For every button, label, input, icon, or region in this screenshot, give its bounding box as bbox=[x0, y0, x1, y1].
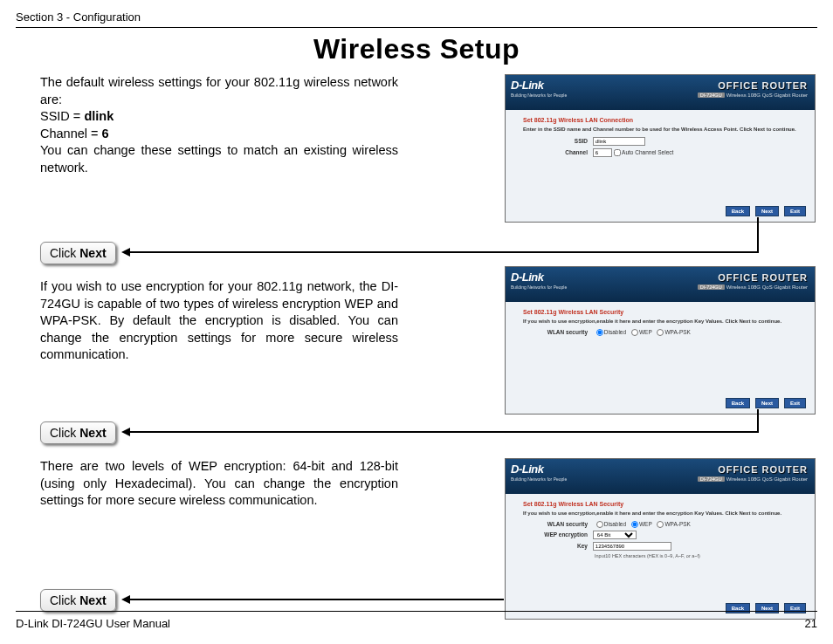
office-router-label: OFFICE ROUTER bbox=[698, 464, 808, 475]
opt-disabled: Disabled bbox=[604, 521, 626, 527]
screenshot-wep: D-Link Building Networks for People OFFI… bbox=[505, 458, 816, 620]
opt-wpa: WPA-PSK bbox=[664, 329, 691, 335]
ssid-row: SSID bbox=[523, 137, 797, 146]
channel-label: Channel bbox=[523, 149, 588, 155]
dlink-tagline: Building Networks for People bbox=[511, 476, 567, 482]
ssid-label: SSID bbox=[523, 138, 588, 144]
back-button[interactable]: Back bbox=[726, 398, 750, 408]
ss-body: Set 802.11g Wireless LAN Connection Ente… bbox=[506, 110, 815, 167]
opt-wpa: WPA-PSK bbox=[664, 521, 691, 527]
ssid-line: SSID = dlink bbox=[40, 108, 398, 126]
model-line: DI-724GUWireless 108G QoS Gigabit Router bbox=[698, 92, 808, 98]
arrow-head-icon bbox=[121, 248, 130, 257]
ss-header: D-Link Building Networks for People OFFI… bbox=[506, 75, 815, 110]
security-row: WLAN security Disabled WEP WPA-PSK bbox=[523, 521, 797, 528]
next-text: Next bbox=[79, 593, 106, 607]
click-next-3: Click Next bbox=[40, 589, 116, 612]
key-row: Key bbox=[523, 542, 797, 551]
next-text: Next bbox=[79, 246, 106, 260]
screenshot-ssid: D-Link Building Networks for People OFFI… bbox=[505, 74, 816, 223]
model-badge: DI-724GU bbox=[698, 284, 725, 290]
step-title: Set 802.11g Wireless LAN Security bbox=[523, 309, 797, 315]
step-title: Set 802.11g Wireless LAN Security bbox=[523, 501, 797, 507]
ss-title-block: OFFICE ROUTER DI-724GUWireless 108G QoS … bbox=[698, 272, 808, 290]
ss-title-block: OFFICE ROUTER DI-724GUWireless 108G QoS … bbox=[698, 464, 808, 482]
arrow-head-icon bbox=[121, 428, 130, 436]
channel-label: Channel = bbox=[40, 127, 102, 140]
model-line: DI-724GUWireless 108G QoS Gigabit Router bbox=[698, 476, 808, 482]
ss-header: D-Link Building Networks for People OFFI… bbox=[506, 267, 815, 302]
model-line: DI-724GUWireless 108G QoS Gigabit Router bbox=[698, 284, 808, 290]
model-badge: DI-724GU bbox=[698, 92, 725, 98]
click-text: Click bbox=[50, 246, 79, 260]
click-text: Click bbox=[50, 426, 79, 440]
arrow-line bbox=[130, 599, 504, 600]
dlink-logo: D-Link bbox=[511, 462, 543, 476]
footer-page-number: 21 bbox=[805, 617, 817, 630]
click-text: Click bbox=[50, 593, 79, 607]
encryption-label: WEP encryption bbox=[523, 531, 588, 538]
model-text: Wireless 108G QoS Gigabit Router bbox=[726, 92, 808, 98]
key-input[interactable] bbox=[593, 542, 671, 551]
next-button[interactable]: Next bbox=[755, 398, 779, 408]
dlink-tagline: Building Networks for People bbox=[511, 92, 567, 98]
ss-body: Set 802.11g Wireless LAN Security If you… bbox=[506, 302, 815, 346]
key-hint: Input10 HEX characters (HEX is 0~9, A~F,… bbox=[595, 553, 797, 558]
paragraph-1a: The default wireless settings for your 8… bbox=[40, 74, 398, 108]
channel-line: Channel = 6 bbox=[40, 126, 398, 143]
radio-wep[interactable] bbox=[631, 521, 638, 528]
next-button[interactable]: Next bbox=[755, 206, 779, 216]
paragraph-1b: You can change these settings to match a… bbox=[40, 142, 398, 176]
opt-disabled: Disabled bbox=[604, 329, 626, 335]
exit-button[interactable]: Exit bbox=[784, 398, 806, 408]
dlink-logo: D-Link bbox=[511, 79, 543, 92]
arrow-line bbox=[130, 431, 759, 433]
opt-wep: WEP bbox=[639, 329, 652, 335]
ssid-input[interactable] bbox=[593, 137, 645, 146]
arrow-head-icon bbox=[121, 595, 130, 604]
model-text: Wireless 108G QoS Gigabit Router bbox=[726, 476, 808, 482]
exit-button[interactable]: Exit bbox=[784, 206, 806, 216]
click-next-1: Click Next bbox=[40, 242, 116, 264]
channel-input[interactable] bbox=[593, 148, 612, 157]
arrow-line bbox=[757, 409, 759, 433]
ss-button-row: Back Next Exit bbox=[722, 398, 806, 408]
auto-channel-label: Auto Channel Select bbox=[622, 149, 673, 155]
dlink-tagline: Building Networks for People bbox=[511, 284, 567, 290]
step-instruction: If you wish to use encryption,enable it … bbox=[523, 510, 797, 516]
ss-body: Set 802.11g Wireless LAN Security If you… bbox=[506, 494, 815, 565]
next-text: Next bbox=[79, 426, 106, 440]
office-router-label: OFFICE ROUTER bbox=[698, 272, 808, 283]
radio-disabled[interactable] bbox=[596, 521, 603, 528]
auto-channel-checkbox[interactable] bbox=[614, 149, 621, 156]
radio-wpa[interactable] bbox=[657, 521, 664, 528]
radio-disabled[interactable] bbox=[596, 329, 603, 336]
ssid-value: dlink bbox=[84, 109, 114, 123]
arrow-line bbox=[130, 251, 759, 253]
security-label: WLAN security bbox=[523, 521, 588, 527]
radio-wep[interactable] bbox=[631, 329, 638, 336]
step-instruction: Enter in the SSID name and Channel numbe… bbox=[523, 127, 797, 132]
ss-title-block: OFFICE ROUTER DI-724GUWireless 108G QoS … bbox=[698, 80, 808, 98]
model-badge: DI-724GU bbox=[698, 476, 725, 482]
ss-header: D-Link Building Networks for People OFFI… bbox=[506, 459, 815, 494]
model-text: Wireless 108G QoS Gigabit Router bbox=[726, 284, 808, 290]
ssid-label: SSID = bbox=[40, 109, 84, 123]
paragraph-2: If you wish to use encryption for your 8… bbox=[40, 278, 398, 364]
arrow-line bbox=[757, 217, 759, 253]
page-footer: D-Link DI-724GU User Manual 21 bbox=[16, 611, 817, 630]
security-row: WLAN security Disabled WEP WPA-PSK bbox=[523, 329, 797, 336]
office-router-label: OFFICE ROUTER bbox=[698, 80, 808, 91]
radio-wpa[interactable] bbox=[657, 329, 664, 336]
click-next-2: Click Next bbox=[40, 421, 116, 444]
encryption-row: WEP encryption 64 Bit bbox=[523, 531, 797, 539]
step-title: Set 802.11g Wireless LAN Connection bbox=[523, 117, 797, 123]
footer-left: D-Link DI-724GU User Manual bbox=[16, 617, 170, 630]
ss-button-row: Back Next Exit bbox=[722, 206, 806, 216]
paragraph-3: There are two levels of WEP encryption: … bbox=[40, 458, 398, 510]
security-label: WLAN security bbox=[523, 329, 588, 335]
channel-row: Channel Auto Channel Select bbox=[523, 148, 797, 157]
encryption-select[interactable]: 64 Bit bbox=[593, 531, 637, 539]
back-button[interactable]: Back bbox=[726, 206, 750, 216]
dlink-logo: D-Link bbox=[511, 271, 543, 284]
